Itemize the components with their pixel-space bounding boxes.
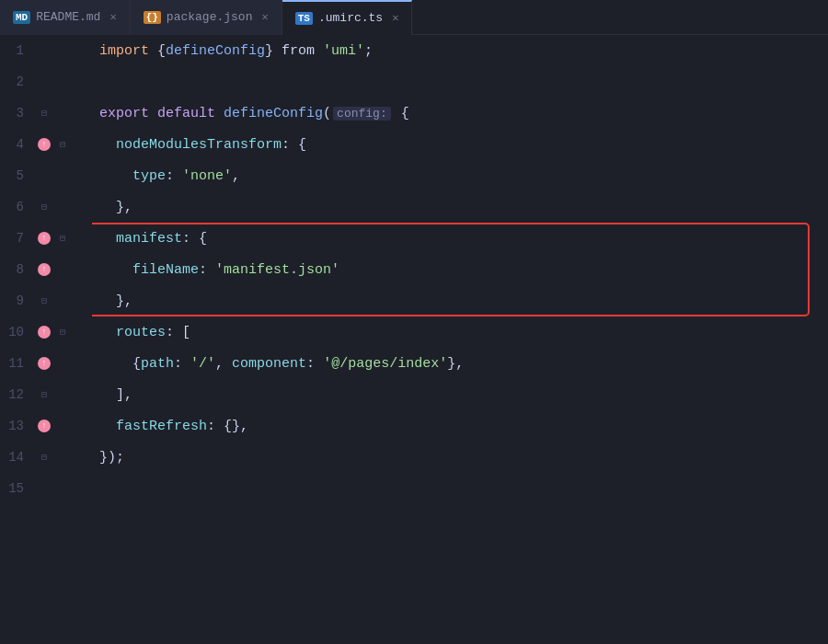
gutter: 1 2 3 ⊟ 4 ↑ ⊟ (0, 35, 92, 644)
git-changed-icon-13: ↑ (38, 420, 51, 432)
indent-4 (99, 137, 116, 153)
colon-7: : { (182, 231, 207, 247)
gutter-line-1: 1 (0, 35, 92, 66)
close-bracket-12: ], (116, 387, 132, 403)
gutter-icon-14: ⊟ (35, 451, 53, 464)
close-brace-6: }, (116, 200, 132, 215)
code-line-15 (92, 473, 828, 504)
tab-readme-close[interactable]: ✕ (109, 12, 116, 23)
component-prop: component (232, 356, 306, 372)
line-num-3: 3 (0, 106, 35, 121)
code-area: import {defineConfig} from 'umi'; export… (92, 35, 828, 644)
line-num-14: 14 (0, 450, 35, 465)
editor: 1 2 3 ⊟ 4 ↑ ⊟ (0, 35, 828, 644)
line-num-1: 1 (0, 43, 35, 58)
colon-10: : [ (166, 325, 190, 340)
line-num-5: 5 (0, 168, 35, 183)
indent-11 (99, 356, 132, 372)
tab-readme[interactable]: MD README.md ✕ (0, 0, 131, 35)
gutter-line-15: 15 (0, 473, 92, 504)
gutter-icon-9: ⊟ (35, 294, 53, 307)
tab-package[interactable]: {} package.json ✕ (131, 0, 282, 35)
readme-icon: MD (13, 11, 30, 24)
code-line-12: ], (92, 379, 828, 410)
paren-open-3: ( (323, 106, 331, 121)
filename-prop: fileName (132, 262, 199, 278)
gutter-line-8: 8 ↑ (0, 254, 92, 285)
path-prop: path (141, 356, 174, 372)
colon-8: : (199, 262, 215, 278)
line-num-6: 6 (0, 200, 35, 214)
fold-open-icon-7[interactable]: ⊟ (56, 232, 69, 245)
tab-package-close[interactable]: ✕ (261, 12, 268, 23)
umi-string: 'umi' (323, 43, 364, 59)
export-keyword: export (99, 106, 157, 121)
line-num-15: 15 (0, 481, 35, 496)
indent-6 (99, 200, 116, 215)
colon-4: : { (282, 137, 306, 153)
fold-close-icon-6[interactable]: ⊟ (38, 201, 51, 213)
tab-readme-label: README.md (36, 10, 100, 24)
line-num-9: 9 (0, 293, 35, 308)
gutter-icon-12: ⊟ (35, 388, 53, 401)
line-num-7: 7 (0, 231, 35, 246)
gutter-icon-6: ⊟ (35, 201, 53, 213)
gutter-fold-4: ⊟ (53, 138, 72, 151)
fold-open-icon-10[interactable]: ⊟ (56, 326, 69, 339)
code-line-1: import {defineConfig} from 'umi'; (92, 35, 828, 66)
none-string: 'none' (182, 168, 232, 184)
slash-string: '/' (190, 356, 215, 372)
gutter-line-3: 3 ⊟ (0, 98, 92, 129)
default-keyword: default (157, 106, 224, 121)
gutter-icon-7: ↑ (35, 232, 53, 245)
brace-open-11: { (132, 356, 141, 372)
indent-12 (99, 387, 116, 403)
git-changed-icon-8: ↑ (38, 263, 51, 276)
indent-5 (99, 168, 132, 184)
tab-umirc[interactable]: TS .umirc.ts ✕ (282, 0, 413, 35)
comma-11a: , (215, 356, 232, 372)
comma-5: , (232, 168, 240, 184)
type-prop: type (132, 168, 166, 184)
gutter-fold-7: ⊟ (53, 232, 72, 245)
indent-10 (99, 325, 116, 340)
code-line-9: }, (92, 285, 828, 316)
git-changed-icon-10: ↑ (38, 326, 51, 339)
open-brace-3: { (393, 106, 409, 121)
colon-comp: : (306, 356, 323, 372)
manifest-json-string: 'manifest.json' (215, 262, 339, 278)
fold-close-icon-14[interactable]: ⊟ (38, 451, 51, 464)
fold-close-icon-9[interactable]: ⊟ (38, 294, 51, 307)
code-line-4: nodeModulesTransform: { (92, 129, 828, 160)
fold-close-icon-12[interactable]: ⊟ (38, 388, 51, 401)
tab-umirc-close[interactable]: ✕ (392, 13, 398, 24)
brace-open-1: { (157, 43, 166, 59)
gutter-icon-13: ↑ (35, 420, 53, 432)
line-num-4: 4 (0, 137, 35, 152)
fast-refresh-prop: fastRefresh (116, 419, 207, 434)
gutter-icon-8: ↑ (35, 263, 53, 276)
git-changed-icon-7: ↑ (38, 232, 51, 245)
line-num-2: 2 (0, 75, 35, 89)
package-icon: {} (144, 11, 161, 24)
code-line-7: manifest: { (92, 223, 828, 254)
git-changed-icon-11: ↑ (38, 357, 51, 370)
from-keyword: from (273, 43, 323, 59)
colon-path: : (174, 356, 190, 372)
indent-13 (99, 419, 116, 434)
tab-umirc-label: .umirc.ts (318, 11, 383, 25)
define-config-import: defineConfig (166, 43, 265, 59)
app-window: MD README.md ✕ {} package.json ✕ TS .umi… (0, 0, 828, 644)
line-num-13: 13 (0, 419, 35, 433)
git-changed-icon-4: ↑ (38, 138, 51, 151)
pages-index-string: '@/pages/index' (323, 356, 447, 372)
semicolon-1: ; (364, 43, 373, 59)
gutter-fold-10: ⊟ (53, 326, 72, 339)
routes-prop: routes (116, 325, 166, 340)
gutter-line-12: 12 ⊟ (0, 379, 92, 410)
fold-open-icon-3[interactable]: ⊟ (38, 107, 51, 120)
gutter-line-7: 7 ↑ ⊟ (0, 223, 92, 254)
brace-close-1: } (265, 43, 273, 59)
line-num-11: 11 (0, 356, 35, 371)
fold-open-icon-4[interactable]: ⊟ (56, 138, 69, 151)
